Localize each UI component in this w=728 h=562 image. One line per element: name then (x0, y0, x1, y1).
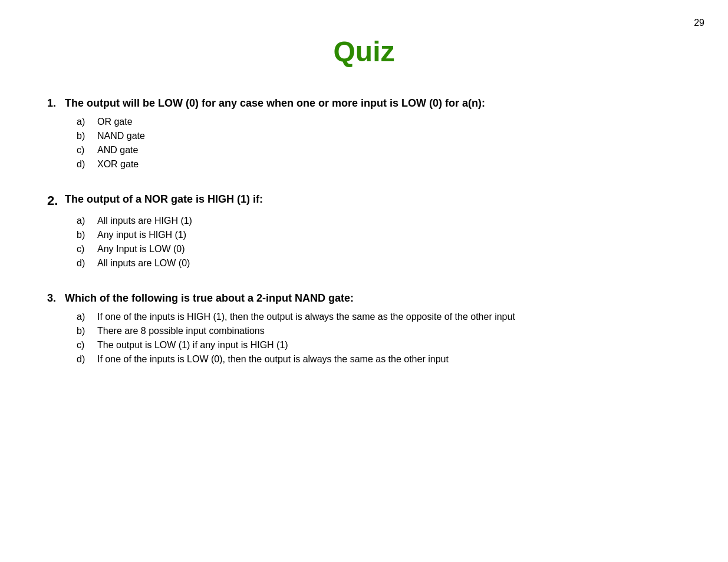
option-text: There are 8 possible input combinations (97, 326, 265, 336)
list-item: a) If one of the inputs is HIGH (1), the… (77, 312, 681, 322)
option-letter: d) (77, 354, 97, 365)
question-1-text: The output will be LOW (0) for any case … (65, 97, 485, 110)
option-text: If one of the inputs is LOW (0), then th… (97, 354, 449, 365)
option-letter: b) (77, 131, 97, 141)
list-item: d) All inputs are LOW (0) (77, 258, 681, 269)
option-text: The output is LOW (1) if any input is HI… (97, 340, 288, 351)
list-item: b) NAND gate (77, 131, 681, 141)
list-item: c) The output is LOW (1) if any input is… (77, 340, 681, 351)
option-letter: a) (77, 312, 97, 322)
option-text: AND gate (97, 145, 138, 156)
quiz-title: Quiz (47, 35, 681, 68)
option-text: XOR gate (97, 159, 139, 170)
option-text: All inputs are HIGH (1) (97, 216, 192, 226)
question-2-number: 2. (47, 193, 65, 209)
question-3-text: Which of the following is true about a 2… (65, 292, 354, 305)
option-letter: a) (77, 117, 97, 127)
question-2-text: The output of a NOR gate is HIGH (1) if: (65, 193, 263, 206)
question-1-heading: 1. The output will be LOW (0) for any ca… (47, 97, 681, 110)
option-text: Any input is HIGH (1) (97, 230, 186, 240)
option-letter: d) (77, 159, 97, 170)
option-letter: c) (77, 145, 97, 156)
question-2-options: a) All inputs are HIGH (1) b) Any input … (77, 216, 681, 269)
option-letter: c) (77, 244, 97, 254)
question-3-heading: 3. Which of the following is true about … (47, 292, 681, 305)
option-letter: d) (77, 258, 97, 269)
question-2-heading: 2. The output of a NOR gate is HIGH (1) … (47, 193, 681, 209)
list-item: a) All inputs are HIGH (1) (77, 216, 681, 226)
option-letter: b) (77, 230, 97, 240)
question-3-options: a) If one of the inputs is HIGH (1), the… (77, 312, 681, 365)
list-item: d) XOR gate (77, 159, 681, 170)
page-number: 29 (694, 18, 704, 28)
page-container: 29 Quiz 1. The output will be LOW (0) fo… (0, 0, 728, 562)
option-text: NAND gate (97, 131, 145, 141)
option-letter: a) (77, 216, 97, 226)
list-item: b) Any input is HIGH (1) (77, 230, 681, 240)
list-item: d) If one of the inputs is LOW (0), then… (77, 354, 681, 365)
question-1-block: 1. The output will be LOW (0) for any ca… (47, 97, 681, 170)
option-letter: b) (77, 326, 97, 336)
list-item: c) AND gate (77, 145, 681, 156)
list-item: c) Any Input is LOW (0) (77, 244, 681, 254)
list-item: b) There are 8 possible input combinatio… (77, 326, 681, 336)
question-3-number: 3. (47, 292, 65, 305)
question-1-options: a) OR gate b) NAND gate c) AND gate d) X… (77, 117, 681, 170)
question-3-block: 3. Which of the following is true about … (47, 292, 681, 365)
question-2-block: 2. The output of a NOR gate is HIGH (1) … (47, 193, 681, 269)
option-letter: c) (77, 340, 97, 351)
option-text: Any Input is LOW (0) (97, 244, 185, 254)
list-item: a) OR gate (77, 117, 681, 127)
option-text: If one of the inputs is HIGH (1), then t… (97, 312, 515, 322)
option-text: OR gate (97, 117, 133, 127)
option-text: All inputs are LOW (0) (97, 258, 190, 269)
question-1-number: 1. (47, 97, 65, 110)
